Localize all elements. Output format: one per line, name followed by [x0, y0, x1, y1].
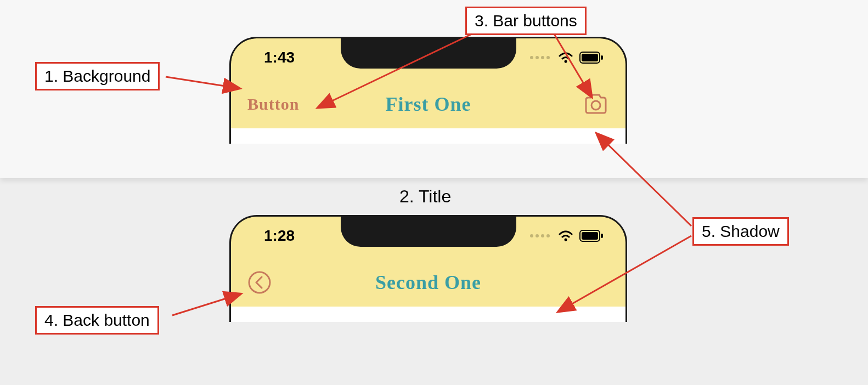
- status-icons: [530, 229, 604, 242]
- svg-point-4: [591, 101, 600, 110]
- nav-title: First One: [386, 93, 471, 116]
- wifi-icon: [557, 51, 574, 64]
- svg-point-5: [565, 239, 567, 241]
- signal-dots-icon: [530, 56, 550, 59]
- svg-rect-7: [582, 232, 598, 240]
- camera-icon[interactable]: [583, 93, 609, 115]
- nav-left: Button: [247, 95, 299, 114]
- status-time: 1:28: [264, 227, 295, 245]
- callout-title: 2. Title: [399, 186, 451, 207]
- nav-right: [583, 93, 609, 115]
- nav-left: [247, 270, 272, 295]
- callout-shadow: 5. Shadow: [692, 217, 789, 246]
- svg-point-9: [249, 272, 270, 293]
- navigation-bar: Second One: [231, 261, 625, 304]
- svg-rect-2: [582, 54, 598, 61]
- callout-bar-buttons: 3. Bar buttons: [465, 7, 587, 35]
- phone-mockup-1: 1:43 Button First One: [229, 37, 627, 144]
- navigation-bar: Button First One: [231, 82, 625, 126]
- callout-background: 1. Background: [35, 62, 160, 90]
- nav-title: Second One: [375, 271, 481, 294]
- callout-back-button: 4. Back button: [35, 306, 159, 335]
- phone-mockup-2: 1:28 Second One: [229, 215, 627, 322]
- svg-rect-8: [601, 234, 603, 238]
- status-bar: 1:28: [231, 217, 625, 255]
- status-time: 1:43: [264, 49, 295, 66]
- svg-point-0: [565, 60, 567, 63]
- navbar-background: 1:28 Second One: [231, 217, 625, 322]
- battery-icon: [579, 230, 604, 242]
- nav-button-text[interactable]: Button: [247, 95, 299, 114]
- navbar-background: 1:43 Button First One: [231, 38, 625, 144]
- signal-dots-icon: [530, 234, 550, 237]
- back-icon[interactable]: [247, 270, 272, 295]
- status-icons: [530, 51, 604, 64]
- wifi-icon: [557, 229, 574, 242]
- svg-rect-3: [601, 55, 603, 60]
- status-bar: 1:43: [231, 38, 625, 77]
- content-area: [231, 128, 625, 144]
- content-area: [231, 307, 625, 322]
- battery-icon: [579, 52, 604, 64]
